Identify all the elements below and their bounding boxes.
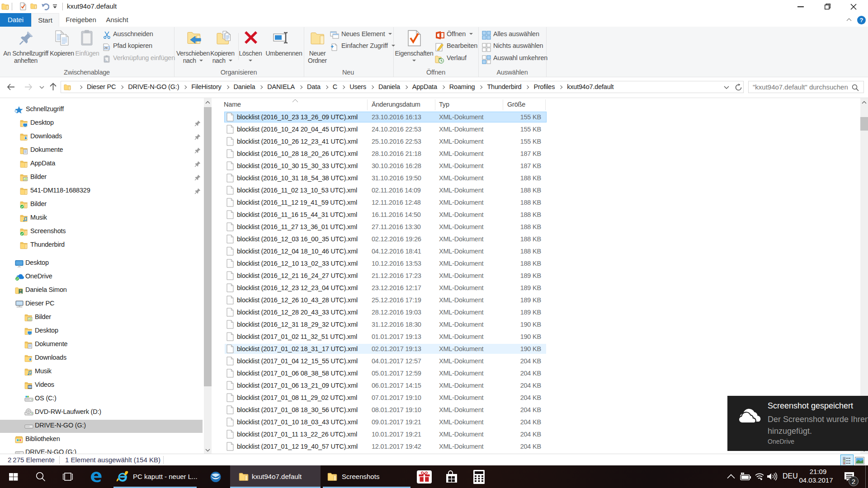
svg-text:?: ? (860, 17, 863, 23)
